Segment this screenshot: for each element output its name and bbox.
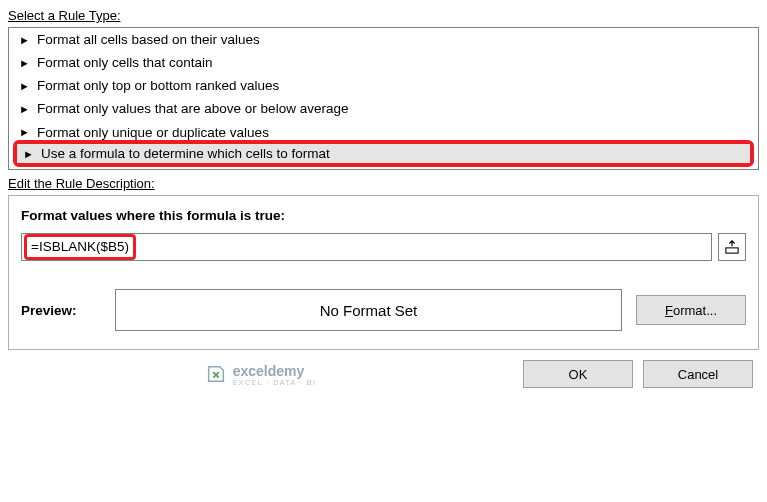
rule-type-item[interactable]: ► Format only values that are above or b… [9, 97, 758, 120]
bullet-icon: ► [23, 148, 37, 160]
watermark: exceldemy EXCEL · DATA · BI [8, 363, 513, 386]
rule-type-item[interactable]: ► Format only top or bottom ranked value… [9, 74, 758, 97]
rule-type-text: Use a formula to determine which cells t… [41, 146, 330, 161]
rule-type-item[interactable]: ► Format all cells based on their values [9, 28, 758, 51]
bullet-icon: ► [19, 57, 33, 69]
formula-input[interactable]: =ISBLANK($B5) [21, 233, 712, 261]
svg-rect-0 [726, 248, 738, 253]
rule-type-text: Format all cells based on their values [37, 32, 260, 47]
formula-value-highlight: =ISBLANK($B5) [24, 234, 136, 260]
bullet-icon: ► [19, 80, 33, 92]
rule-type-text: Format only top or bottom ranked values [37, 78, 279, 93]
bullet-icon: ► [19, 126, 33, 138]
logo-icon [205, 363, 227, 385]
rule-type-item[interactable]: ► Format only unique or duplicate values [9, 120, 758, 140]
watermark-tag: EXCEL · DATA · BI [233, 379, 317, 386]
cancel-button[interactable]: Cancel [643, 360, 753, 388]
preview-box: No Format Set [115, 289, 622, 331]
edit-rule-description-panel: Format values where this formula is true… [8, 195, 759, 350]
ok-button[interactable]: OK [523, 360, 633, 388]
watermark-brand: exceldemy [233, 363, 305, 379]
collapse-dialog-button[interactable] [718, 233, 746, 261]
bullet-icon: ► [19, 103, 33, 115]
highlight-box: ► Use a formula to determine which cells… [13, 140, 754, 167]
rule-type-item[interactable]: ► Format only cells that contain [9, 51, 758, 74]
formula-true-label: Format values where this formula is true… [21, 208, 746, 223]
rule-type-text: Format only cells that contain [37, 55, 213, 70]
rule-type-text: Format only values that are above or bel… [37, 101, 348, 116]
rule-type-text: Format only unique or duplicate values [37, 125, 269, 140]
range-selector-icon [725, 240, 739, 254]
dialog-button-row: exceldemy EXCEL · DATA · BI OK Cancel [8, 360, 759, 388]
rule-type-item-selected[interactable]: ► Use a formula to determine which cells… [17, 144, 750, 163]
format-button[interactable]: Format... [636, 295, 746, 325]
edit-rule-description-label: Edit the Rule Description: [8, 176, 759, 191]
bullet-icon: ► [19, 34, 33, 46]
preview-label: Preview: [21, 303, 101, 318]
select-rule-type-label: Select a Rule Type: [8, 8, 759, 23]
format-button-label: Format... [665, 303, 717, 318]
rule-type-list: ► Format all cells based on their values… [8, 27, 759, 170]
